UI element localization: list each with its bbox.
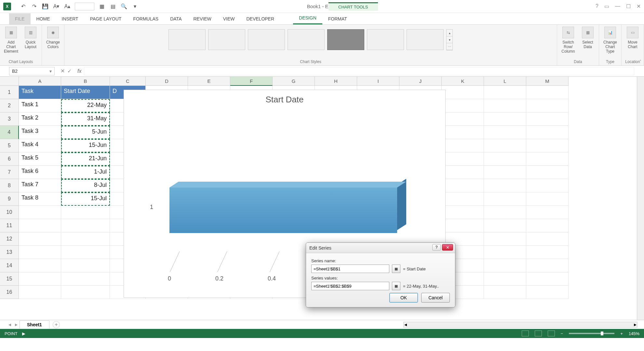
cell[interactable]: 22-May: [61, 99, 110, 112]
chart-style-thumb[interactable]: [367, 29, 404, 50]
tab-file[interactable]: FILE: [9, 13, 31, 24]
column-header[interactable]: L: [484, 77, 526, 86]
row-header[interactable]: 11: [0, 219, 19, 232]
cell[interactable]: [526, 99, 569, 112]
cell[interactable]: [61, 272, 110, 286]
range-picker-icon[interactable]: ▦: [392, 265, 400, 273]
cell[interactable]: 8-Jul: [61, 179, 110, 192]
sheet-tab[interactable]: Sheet1: [20, 320, 49, 329]
cell[interactable]: [526, 246, 569, 259]
name-box[interactable]: B2▾: [9, 67, 55, 75]
cell[interactable]: [442, 206, 484, 219]
close-icon[interactable]: ✕: [637, 3, 641, 9]
cell[interactable]: [442, 126, 484, 139]
cell[interactable]: [442, 112, 484, 126]
column-header[interactable]: I: [357, 77, 399, 86]
chart-style-thumb[interactable]: [288, 29, 325, 50]
column-header[interactable]: K: [442, 77, 484, 86]
row-header[interactable]: 12: [0, 232, 19, 246]
cell[interactable]: [484, 272, 526, 286]
cell[interactable]: Task 5: [19, 152, 61, 166]
normal-view-icon[interactable]: [522, 331, 529, 336]
cell[interactable]: [526, 86, 569, 99]
cell[interactable]: [526, 139, 569, 152]
cell[interactable]: [484, 139, 526, 152]
qat-icon[interactable]: 🔍: [119, 2, 128, 11]
column-header[interactable]: B: [61, 77, 110, 86]
move-chart-button[interactable]: ▭Move Chart: [625, 27, 640, 49]
add-chart-element-button[interactable]: ▦Add Chart Element: [3, 27, 19, 54]
row-header[interactable]: 9: [0, 192, 19, 206]
formula-input[interactable]: [84, 67, 634, 75]
cell[interactable]: [19, 259, 61, 272]
cell[interactable]: 15-Jun: [61, 139, 110, 152]
add-sheet-button[interactable]: +: [53, 321, 60, 328]
cell[interactable]: [61, 246, 110, 259]
page-break-view-icon[interactable]: [548, 331, 555, 336]
row-header[interactable]: 14: [0, 259, 19, 272]
column-header[interactable]: G: [273, 77, 315, 86]
cell[interactable]: [526, 166, 569, 179]
cell[interactable]: [484, 86, 526, 99]
cell[interactable]: Task 8: [19, 192, 61, 206]
chart-style-thumb[interactable]: [248, 29, 285, 50]
tab-home[interactable]: HOME: [31, 13, 56, 24]
cell[interactable]: 5-Jun: [61, 126, 110, 139]
cell[interactable]: [442, 219, 484, 232]
qat-dropdown-icon[interactable]: ▾: [130, 2, 140, 11]
cell[interactable]: [484, 112, 526, 126]
cell[interactable]: 31-May: [61, 112, 110, 126]
cell[interactable]: [526, 192, 569, 206]
cell[interactable]: [19, 272, 61, 286]
row-header[interactable]: 2: [0, 99, 19, 112]
cell[interactable]: 21-Jun: [61, 152, 110, 166]
cell[interactable]: Task 2: [19, 112, 61, 126]
chart-style-thumb[interactable]: [168, 29, 206, 50]
cell[interactable]: [484, 166, 526, 179]
chart-bar[interactable]: [169, 188, 397, 233]
cell[interactable]: [526, 152, 569, 166]
cell[interactable]: [61, 219, 110, 232]
worksheet-grid[interactable]: ABCDEFGHIJKLM 12345678910111213141516 Ta…: [0, 77, 644, 320]
ok-button[interactable]: OK: [389, 293, 418, 303]
column-header[interactable]: A: [19, 77, 61, 86]
chart-style-thumb-selected[interactable]: [327, 29, 364, 50]
cell[interactable]: [61, 232, 110, 246]
cell[interactable]: [484, 259, 526, 272]
row-header[interactable]: 4: [0, 126, 19, 139]
row-header[interactable]: 13: [0, 246, 19, 259]
help-icon[interactable]: ?: [596, 3, 598, 9]
zoom-in-icon[interactable]: +: [620, 331, 623, 336]
column-header[interactable]: C: [110, 77, 146, 86]
cell[interactable]: [19, 206, 61, 219]
column-header[interactable]: E: [188, 77, 230, 86]
series-name-input[interactable]: [311, 265, 389, 273]
row-header[interactable]: 8: [0, 179, 19, 192]
cell[interactable]: Task: [19, 86, 61, 99]
page-layout-view-icon[interactable]: [535, 331, 542, 336]
dialog-close-icon[interactable]: ✕: [442, 244, 453, 251]
tab-formulas[interactable]: FORMULAS: [127, 13, 164, 24]
chart-title[interactable]: Start Date: [124, 95, 445, 105]
cell[interactable]: [484, 246, 526, 259]
row-header[interactable]: 10: [0, 206, 19, 219]
zoom-slider[interactable]: [569, 333, 614, 334]
tab-view[interactable]: VIEW: [217, 13, 241, 24]
cell[interactable]: [484, 219, 526, 232]
font-decrease-button[interactable]: A▾: [52, 2, 61, 11]
column-header[interactable]: D: [146, 77, 188, 86]
ribbon-options-icon[interactable]: ▭: [604, 3, 609, 9]
cell[interactable]: [484, 99, 526, 112]
sheet-nav-prev-icon[interactable]: ◂: [8, 321, 11, 328]
change-colors-button[interactable]: ◉Change Colors: [45, 27, 61, 49]
tab-format[interactable]: FORMAT: [322, 13, 353, 24]
font-size-combo[interactable]: [75, 3, 94, 10]
cell[interactable]: [484, 152, 526, 166]
column-header[interactable]: H: [315, 77, 357, 86]
chevron-down-icon[interactable]: ▾: [49, 69, 52, 74]
cell[interactable]: [61, 206, 110, 219]
horizontal-scrollbar[interactable]: ◂▸: [403, 322, 637, 328]
tab-data[interactable]: DATA: [164, 13, 187, 24]
tab-design[interactable]: DESIGN: [293, 12, 322, 24]
cell[interactable]: [526, 219, 569, 232]
